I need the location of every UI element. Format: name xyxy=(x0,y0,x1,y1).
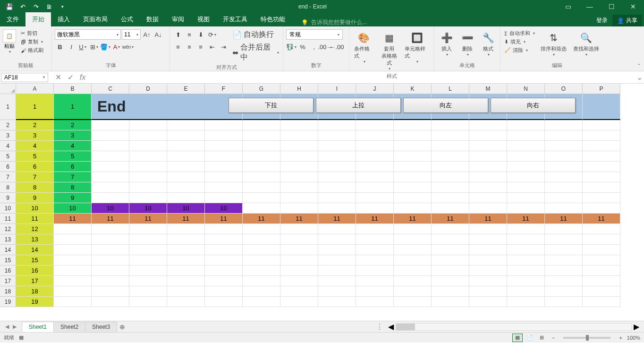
cell-M19[interactable] xyxy=(469,297,507,307)
cell-K15[interactable] xyxy=(394,255,432,266)
cell-K19[interactable] xyxy=(394,297,432,307)
cell-H16[interactable] xyxy=(280,266,318,276)
cell-N8[interactable] xyxy=(507,182,545,193)
cell-L6[interactable] xyxy=(432,162,469,172)
col-header-C[interactable]: C xyxy=(92,84,129,94)
tab-page-layout[interactable]: 页面布局 xyxy=(76,12,114,26)
indent-increase-button[interactable]: ⇥ xyxy=(218,42,229,52)
macro-record-icon[interactable]: ▦ xyxy=(19,334,24,341)
cell-J2[interactable] xyxy=(356,120,394,130)
cell-L17[interactable] xyxy=(432,276,469,286)
cell-E5[interactable] xyxy=(167,151,205,162)
worksheet-button-3[interactable]: 向左 xyxy=(403,98,488,113)
indent-decrease-button[interactable]: ⇤ xyxy=(207,42,217,52)
cell-H6[interactable] xyxy=(280,162,318,172)
hscroll-thumb[interactable] xyxy=(396,324,415,330)
cell-O9[interactable] xyxy=(545,193,583,203)
cell-N7[interactable] xyxy=(507,172,545,182)
bold-button[interactable]: B xyxy=(55,42,65,52)
cell-E6[interactable] xyxy=(167,162,205,172)
cell-M8[interactable] xyxy=(469,182,507,193)
cell-a13[interactable]: 13 xyxy=(16,234,54,245)
cell-J10[interactable] xyxy=(356,203,394,214)
cell-D14[interactable] xyxy=(129,245,167,255)
decrease-decimal-button[interactable]: ←.00 xyxy=(331,42,342,52)
zoom-in-icon[interactable]: + xyxy=(616,335,625,341)
cell-J16[interactable] xyxy=(356,266,394,276)
expand-formula-icon[interactable]: ⌄ xyxy=(635,73,644,82)
cell-E15[interactable] xyxy=(167,255,205,266)
cell-G2[interactable] xyxy=(243,120,280,130)
cell-N17[interactable] xyxy=(507,276,545,286)
cell-a7[interactable]: 7 xyxy=(16,172,54,182)
cell-a19[interactable]: 19 xyxy=(16,297,54,307)
cell-O16[interactable] xyxy=(545,266,583,276)
cell-M4[interactable] xyxy=(469,141,507,151)
sheet-nav-prev-icon[interactable]: ◀ xyxy=(4,324,10,330)
cell-L14[interactable] xyxy=(432,245,469,255)
cell-P18[interactable] xyxy=(583,286,620,297)
row-header-5[interactable]: 5 xyxy=(0,151,16,162)
cell-H11[interactable]: 11 xyxy=(280,214,318,224)
col-header-H[interactable]: H xyxy=(280,84,318,94)
align-middle-button[interactable]: ≡ xyxy=(184,29,195,40)
cell-B17[interactable] xyxy=(54,276,92,286)
zoom-thumb[interactable] xyxy=(586,335,589,341)
cell-D9[interactable] xyxy=(129,193,167,203)
cell-C13[interactable] xyxy=(92,234,129,245)
accounting-format-button[interactable]: 💱▾ xyxy=(286,42,297,52)
cell-M18[interactable] xyxy=(469,286,507,297)
cell-I2[interactable] xyxy=(318,120,356,130)
cell-J12[interactable] xyxy=(356,224,394,234)
row-header-12[interactable]: 12 xyxy=(0,224,16,234)
cell-a12[interactable]: 12 xyxy=(16,224,54,234)
cell-K4[interactable] xyxy=(394,141,432,151)
cell-a8[interactable]: 8 xyxy=(16,182,54,193)
cell-F6[interactable] xyxy=(205,162,243,172)
cell-M17[interactable] xyxy=(469,276,507,286)
save-icon[interactable]: 💾 xyxy=(4,1,15,12)
cell-I14[interactable] xyxy=(318,245,356,255)
cell-G13[interactable] xyxy=(243,234,280,245)
cell-L4[interactable] xyxy=(432,141,469,151)
cell-C17[interactable] xyxy=(92,276,129,286)
col-header-K[interactable]: K xyxy=(394,84,432,94)
cell-E16[interactable] xyxy=(167,266,205,276)
fill-color-button[interactable]: 🪣▾ xyxy=(100,42,110,52)
cell-b4[interactable]: 4 xyxy=(54,141,92,151)
cell-K14[interactable] xyxy=(394,245,432,255)
cell-N10[interactable] xyxy=(507,203,545,214)
cell-E13[interactable] xyxy=(167,234,205,245)
shrink-font-button[interactable]: A↓ xyxy=(153,29,163,40)
cell-O2[interactable] xyxy=(545,120,583,130)
cancel-formula-icon[interactable]: ✕ xyxy=(52,72,64,83)
col-header-B[interactable]: B xyxy=(54,84,92,94)
cell-O12[interactable] xyxy=(545,224,583,234)
cell-K16[interactable] xyxy=(394,266,432,276)
cell-B14[interactable] xyxy=(54,245,92,255)
cell-I12[interactable] xyxy=(318,224,356,234)
cell-D2[interactable] xyxy=(129,120,167,130)
zoom-slider[interactable] xyxy=(563,337,610,339)
cell-K5[interactable] xyxy=(394,151,432,162)
cell-D15[interactable] xyxy=(129,255,167,266)
cell-F15[interactable] xyxy=(205,255,243,266)
cell-F9[interactable] xyxy=(205,193,243,203)
grow-font-button[interactable]: A↑ xyxy=(142,29,152,40)
cell-H18[interactable] xyxy=(280,286,318,297)
cell-P16[interactable] xyxy=(583,266,620,276)
cell-N15[interactable] xyxy=(507,255,545,266)
cell-J5[interactable] xyxy=(356,151,394,162)
cell-D8[interactable] xyxy=(129,182,167,193)
fill-button[interactable]: ⬇填充▾ xyxy=(503,38,536,46)
cell-I15[interactable] xyxy=(318,255,356,266)
cell-P19[interactable] xyxy=(583,297,620,307)
cell-O18[interactable] xyxy=(545,286,583,297)
cell-H10[interactable] xyxy=(280,203,318,214)
italic-button[interactable]: I xyxy=(66,42,76,52)
cell-I8[interactable] xyxy=(318,182,356,193)
cell-J13[interactable] xyxy=(356,234,394,245)
worksheet-button-1[interactable]: 下拉 xyxy=(229,98,314,113)
cell-L18[interactable] xyxy=(432,286,469,297)
cell-P7[interactable] xyxy=(583,172,620,182)
